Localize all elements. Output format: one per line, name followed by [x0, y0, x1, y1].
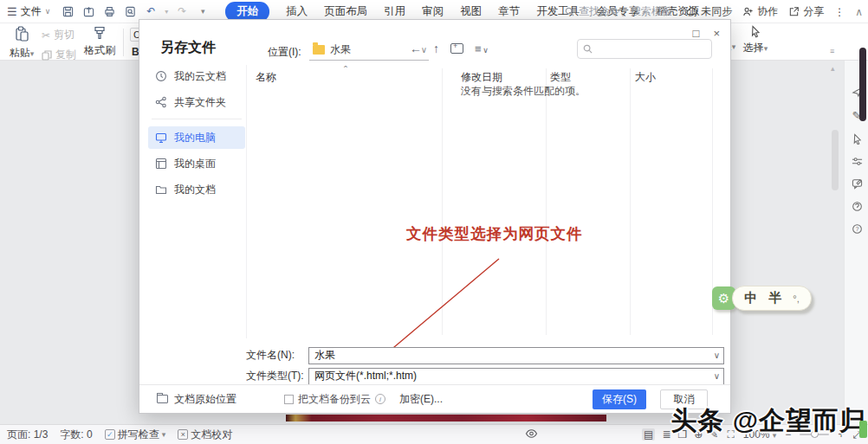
collaborate-button[interactable]: 协作 [742, 4, 778, 19]
panel-scrollbar-thumb[interactable] [859, 48, 866, 121]
column-divider [546, 68, 547, 335]
spell-check-label: 拼写检查 [118, 428, 159, 442]
collapse-ribbon-icon[interactable]: ∧ [855, 6, 863, 18]
computer-icon [155, 132, 167, 144]
customize-toolbar-icon[interactable]: ▾ [194, 3, 211, 19]
dialog-close-icon[interactable]: × [713, 27, 720, 40]
tab-section[interactable]: 章节 [498, 4, 520, 19]
paste-button[interactable]: 粘贴▾ [7, 26, 36, 61]
dialog-sidebar: 我的云文档 共享文件夹 我的电脑 我的桌面 我的文档 [148, 65, 245, 204]
sidebar-item-shared-folder[interactable]: 共享文件夹 [148, 91, 245, 113]
undo-button[interactable]: ↶ [142, 3, 159, 19]
cloud-icon [155, 70, 167, 82]
undo-caret-icon[interactable]: ▾ [163, 3, 170, 19]
select-button[interactable]: 选择▾ [736, 25, 774, 55]
filetype-row: 文件类型(T): 网页文件(*.html;*.htm) ∨ [246, 367, 724, 385]
up-folder-icon[interactable]: ↑ [433, 42, 439, 55]
view-outline-icon[interactable]: ≣ [662, 428, 670, 441]
spell-check-toggle[interactable]: ✓ 拼写检查 ▾ [105, 428, 166, 442]
eye-protect-icon[interactable] [525, 428, 538, 441]
vertical-scrollbar[interactable]: ≡ ▴ [829, 43, 841, 424]
tab-insert[interactable]: 插入 [286, 4, 308, 19]
view-page-icon[interactable]: ▤ [642, 428, 655, 441]
feedback-icon[interactable] [850, 177, 864, 190]
tab-page-layout[interactable]: 页面布局 [324, 4, 367, 19]
print-preview-icon[interactable] [121, 3, 139, 19]
tab-references[interactable]: 引用 [384, 4, 405, 19]
adjust-sliders-icon[interactable] [850, 154, 864, 168]
paste-icon [15, 26, 29, 42]
save-icon[interactable] [59, 3, 76, 19]
copy-button[interactable]: 复制 [42, 48, 76, 62]
svg-text:?: ? [855, 225, 858, 231]
green-corner-mark [859, 421, 867, 438]
scrollbar-thumb[interactable] [832, 130, 839, 190]
ime-chinese-mode[interactable]: 中 [744, 290, 757, 306]
select-caret-icon: ▾ [764, 44, 768, 53]
search-icon [583, 44, 593, 54]
sidebar-item-my-computer[interactable]: 我的电脑 [148, 126, 245, 149]
view-mode-icon[interactable]: ≡ ∨ [475, 42, 488, 55]
cut-button[interactable]: ✂ 剪切 [42, 28, 76, 42]
word-count[interactable]: 字数: 0 [60, 428, 92, 442]
file-menu-button[interactable]: ☰ 文件 ∨ [0, 4, 57, 19]
sidebar-item-cloud-docs[interactable]: 我的云文档 [148, 65, 245, 87]
format-painter-button[interactable]: 格式刷 [83, 26, 116, 58]
share-button[interactable]: 分享 [788, 4, 824, 19]
annotation-text: 文件类型选择为网页文件 [406, 223, 583, 244]
filename-input[interactable]: 水果 ∨ [308, 347, 724, 364]
cloud-sync-icon [686, 6, 697, 17]
filename-label: 文件名(N): [246, 348, 308, 363]
dialog-maximize-icon[interactable]: □ [693, 27, 700, 40]
ime-punctuation-mode[interactable]: °, [793, 293, 799, 304]
original-location-label: 文档原始位置 [174, 392, 236, 407]
scroll-up-icon[interactable]: ▴ [831, 64, 835, 73]
ruler-toggle-icon[interactable]: ≡ [830, 47, 834, 55]
dialog-search-box[interactable] [577, 39, 712, 59]
export-icon[interactable] [80, 3, 97, 19]
document-proofing-button[interactable]: × 文档校对 [178, 428, 232, 442]
more-options-icon[interactable]: ⋮ [834, 6, 845, 18]
location-label: 位置(I): [268, 45, 301, 60]
ime-halfwidth-mode[interactable]: 半 [768, 290, 781, 306]
column-type[interactable]: 类型 [550, 70, 571, 85]
service-icon[interactable] [850, 199, 864, 213]
filetype-select[interactable]: 网页文件(*.html;*.htm) ∨ [308, 368, 724, 385]
back-icon[interactable]: ← [410, 42, 422, 55]
sync-status[interactable]: 未同步 [686, 4, 732, 19]
tab-view[interactable]: 视图 [460, 4, 482, 19]
sidebar-item-my-desktop[interactable]: 我的桌面 [148, 152, 245, 175]
proofing-icon: × [178, 429, 188, 440]
sidebar-label: 我的文档 [174, 183, 216, 197]
file-list[interactable]: 名称 ˆ 修改日期 类型 大小 没有与搜索条件匹配的项。 [246, 65, 724, 338]
backup-label: 把文档备份到云 [298, 392, 371, 407]
help-icon[interactable]: ? [850, 222, 864, 235]
backup-checkbox[interactable] [284, 395, 294, 404]
share-nodes-icon [155, 96, 167, 108]
select-cursor-icon[interactable] [850, 132, 864, 145]
sidebar-item-my-documents[interactable]: 我的文档 [148, 178, 245, 201]
column-date[interactable]: 修改日期 [461, 70, 502, 85]
redo-button[interactable]: ↷ [173, 3, 191, 19]
cut-icon: ✂ [42, 29, 50, 42]
encrypt-button[interactable]: 加密(E)... [399, 392, 443, 407]
print-icon[interactable] [100, 3, 118, 19]
column-size[interactable]: 大小 [635, 70, 656, 85]
file-menu-label: 文件 [21, 4, 42, 19]
document-image-strip [286, 415, 606, 421]
command-search[interactable]: 查找命令、搜索模板 [565, 4, 672, 19]
filename-caret-icon: ∨ [714, 351, 720, 360]
backup-to-cloud-option[interactable]: 把文档备份到云 i [284, 392, 385, 407]
tab-review[interactable]: 审阅 [422, 4, 444, 19]
original-location-button[interactable]: 文档原始位置 [157, 392, 236, 407]
command-search-placeholder: 查找命令、搜索模板 [579, 4, 672, 19]
spell-check-icon: ✓ [105, 429, 115, 440]
ime-toolbar: ⚙ 中 半 °, [712, 286, 812, 311]
sync-label: 未同步 [701, 4, 732, 19]
save-button[interactable]: 保存(S) [593, 389, 646, 409]
column-divider [630, 68, 631, 335]
copy-label: 复制 [55, 48, 76, 62]
column-name[interactable]: 名称 [256, 70, 276, 85]
new-folder-icon[interactable] [450, 43, 463, 54]
dialog-footer: 文档原始位置 把文档备份到云 i 加密(E)... 保存(S) 取消 [139, 384, 730, 413]
